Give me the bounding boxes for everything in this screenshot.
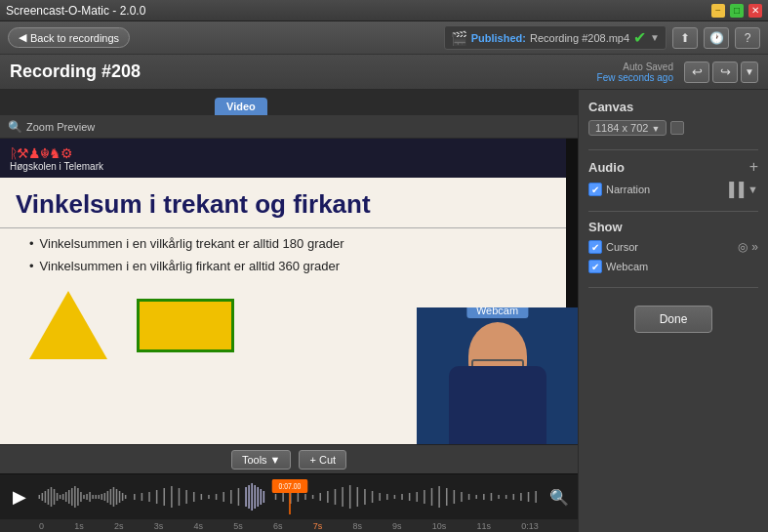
cursor-settings-icon[interactable]: ◎ <box>738 240 748 254</box>
undo-button[interactable]: ↩ <box>684 61 709 83</box>
svg-rect-64 <box>364 489 366 505</box>
svg-rect-5 <box>54 489 56 505</box>
canvas-checkbox[interactable] <box>670 121 684 135</box>
minimize-button[interactable]: − <box>711 4 725 18</box>
narration-row: ✔ Narration ▐▐ ▼ <box>588 182 758 197</box>
svg-rect-2 <box>45 491 47 503</box>
back-to-recordings-button[interactable]: ◀ Back to recordings <box>8 27 130 48</box>
waveform-svg: 0:07.00 <box>37 479 543 514</box>
svg-rect-24 <box>110 489 112 505</box>
tools-arrow: ▼ <box>270 454 281 466</box>
redo-button[interactable]: ↪ <box>712 61 738 83</box>
svg-rect-18 <box>92 495 94 499</box>
audio-row: Audio + <box>588 158 758 176</box>
svg-rect-22 <box>104 493 106 501</box>
divider-1 <box>588 149 758 150</box>
svg-rect-74 <box>438 486 440 508</box>
svg-rect-26 <box>116 489 118 505</box>
svg-rect-79 <box>475 495 477 499</box>
ruler-mark-5: 5s <box>233 521 243 531</box>
cursor-row: ✔ Cursor ◎ » <box>588 240 758 254</box>
svg-rect-84 <box>513 494 515 500</box>
svg-rect-17 <box>89 492 91 502</box>
back-label: Back to recordings <box>30 32 119 44</box>
cursor-expand-icon[interactable]: » <box>751 240 758 254</box>
slide-body: • Vinkelsummen i en vilkårlig trekant er… <box>0 236 566 273</box>
svg-rect-45 <box>193 492 195 502</box>
svg-rect-67 <box>386 494 388 500</box>
close-button[interactable]: ✕ <box>748 4 762 18</box>
play-button[interactable]: ▶ <box>6 483 33 511</box>
svg-rect-65 <box>372 491 374 503</box>
ruler-marks: 0 1s 2s 3s 4s 5s 6s 7s 8s 9s 10s 11s 0:1… <box>39 521 539 531</box>
svg-rect-1 <box>42 493 44 501</box>
history-button[interactable]: 🕐 <box>704 27 729 49</box>
logo-symbols: ᚱ⚒♟☬♞⚙ Høgskolen i Telemark <box>10 145 103 172</box>
svg-text:0:07.00: 0:07.00 <box>279 481 302 491</box>
maximize-button[interactable]: □ <box>730 4 744 18</box>
narration-label: Narration <box>606 184 720 195</box>
history-dropdown[interactable]: ▼ <box>741 61 758 83</box>
recording-title: Recording #208 <box>10 61 597 82</box>
title-bar: Screencast-O-Matic - 2.0.0 − □ ✕ <box>0 0 768 21</box>
narration-dropdown[interactable]: ▼ <box>748 184 758 195</box>
video-tab-bar: Video <box>0 90 578 115</box>
svg-rect-7 <box>60 495 61 499</box>
divider-2 <box>588 211 758 212</box>
waveform-area[interactable]: 0:07.00 <box>37 479 543 514</box>
svg-rect-42 <box>171 486 173 508</box>
svg-rect-62 <box>349 485 351 509</box>
ruler-mark-0: 0 <box>39 521 44 531</box>
svg-rect-12 <box>74 486 76 508</box>
cursor-checkbox[interactable]: ✔ <box>588 240 602 254</box>
timeline-ruler: 0 1s 2s 3s 4s 5s 6s 7s 8s 9s 10s 11s 0:1… <box>0 519 578 532</box>
svg-rect-52 <box>275 494 277 500</box>
narration-checkbox[interactable]: ✔ <box>588 183 602 196</box>
zoom-bar: 🔍 Zoom Preview <box>0 115 578 139</box>
ruler-mark-3: 3s <box>154 521 164 531</box>
webcam-badge: Webcam <box>466 307 528 318</box>
webcam-checkbox[interactable]: ✔ <box>588 260 602 273</box>
ruler-mark-4: 4s <box>193 521 203 531</box>
tools-button[interactable]: Tools ▼ <box>231 450 292 470</box>
secondary-bar: Recording #208 Auto Saved Few seconds ag… <box>0 55 768 90</box>
published-bar: 🎬 Published: Recording #208.mp4 ✔ ▼ <box>444 25 667 50</box>
svg-rect-75 <box>446 488 448 506</box>
svg-rect-60 <box>335 489 337 505</box>
svg-rect-11 <box>71 488 73 506</box>
canvas-size[interactable]: 1184 x 702 ▼ <box>588 120 667 136</box>
cut-button[interactable]: + Cut <box>299 450 346 470</box>
svg-rect-77 <box>461 492 463 502</box>
share-button[interactable]: ⬆ <box>672 27 698 49</box>
svg-rect-55 <box>298 492 300 502</box>
svg-rect-47 <box>208 495 210 499</box>
add-audio-button[interactable]: + <box>749 158 758 176</box>
svg-rect-69 <box>401 494 403 500</box>
autosave-label: Auto Saved <box>597 61 673 72</box>
webcam-person <box>417 307 578 444</box>
webcam-row: ✔ Webcam <box>588 260 758 273</box>
person-body <box>449 366 546 444</box>
svg-rect-20 <box>98 495 100 499</box>
svg-rect-86 <box>528 492 530 502</box>
video-tab[interactable]: Video <box>215 98 267 115</box>
rectangle-shape <box>137 299 234 352</box>
svg-rect-57 <box>312 495 314 499</box>
svg-rect-85 <box>520 493 522 501</box>
svg-rect-29 <box>125 495 127 499</box>
done-button[interactable]: Done <box>634 306 712 333</box>
svg-rect-39 <box>148 492 150 502</box>
svg-rect-38 <box>141 493 143 501</box>
svg-rect-68 <box>394 495 396 499</box>
help-icon: ? <box>745 31 751 45</box>
svg-rect-30 <box>245 487 247 507</box>
svg-rect-15 <box>83 495 85 499</box>
ruler-mark-7: 7s <box>313 521 323 531</box>
svg-rect-9 <box>65 492 67 502</box>
help-button[interactable]: ? <box>735 27 760 49</box>
publish-dropdown[interactable]: ▼ <box>650 32 660 43</box>
ruler-mark-2: 2s <box>114 521 124 531</box>
svg-rect-0 <box>39 495 41 499</box>
timeline-search-button[interactable]: 🔍 <box>546 484 572 510</box>
zoom-preview-label: Zoom Preview <box>26 121 95 133</box>
